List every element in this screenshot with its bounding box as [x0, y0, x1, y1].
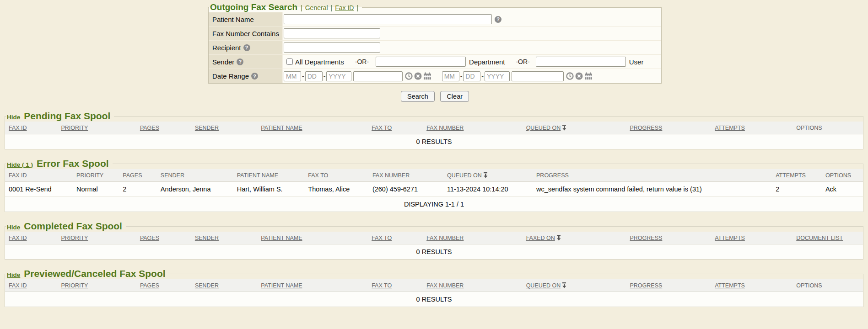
row-option-action[interactable]: Ack: [822, 182, 863, 197]
tab-general[interactable]: General: [305, 4, 328, 11]
time-picker-icon[interactable]: [405, 72, 413, 80]
column-header-priority: PRIORITY: [57, 279, 136, 292]
recipient-input[interactable]: [284, 42, 380, 53]
hide-link-error[interactable]: Hide ( 1 ): [7, 161, 33, 168]
sortable-column-link[interactable]: FAX TO: [372, 235, 392, 241]
search-button[interactable]: Search: [401, 91, 435, 102]
column-header-fax-number: FAX NUMBER: [423, 232, 523, 244]
date-range-separator: –: [435, 72, 438, 80]
column-header-progress: PROGRESS: [626, 279, 712, 292]
column-header-fax-to: FAX TO: [368, 232, 423, 244]
fax-number-label: Fax Number Contains: [209, 27, 283, 40]
sortable-column-link[interactable]: ATTEMPTS: [776, 172, 806, 179]
column-header-priority: PRIORITY: [73, 169, 119, 182]
sortable-column-link[interactable]: FAXED ON: [526, 235, 555, 241]
tab-fax-id[interactable]: Fax ID: [335, 4, 354, 11]
sortable-column-link[interactable]: FAX NUMBER: [426, 235, 464, 241]
sortable-column-link[interactable]: PATIENT NAME: [261, 282, 302, 289]
column-header-faxed-on: FAXED ON: [523, 232, 626, 244]
time-picker-icon[interactable]: [566, 72, 574, 80]
sortable-column-link[interactable]: FAX TO: [372, 125, 392, 131]
section-title: Pending Fax Spool: [24, 111, 110, 122]
sortable-column-link[interactable]: FAX ID: [9, 125, 27, 131]
sortable-column-link[interactable]: QUEUED ON: [526, 125, 561, 131]
results-count: 0 RESULTS: [5, 292, 863, 307]
sortable-column-link[interactable]: FAX NUMBER: [372, 172, 410, 179]
date-range-help-icon[interactable]: ?: [251, 73, 258, 80]
table-row: 0001 Re-SendNormal2Anderson, JennaHart, …: [5, 182, 863, 197]
sortable-column-link[interactable]: ATTEMPTS: [715, 282, 745, 289]
date-to-month-input[interactable]: [442, 71, 459, 81]
sortable-column-link[interactable]: QUEUED ON: [447, 172, 482, 179]
sender-help-icon[interactable]: ?: [237, 58, 243, 65]
sortable-column-link[interactable]: PRIORITY: [61, 125, 88, 131]
hide-link-completed[interactable]: Hide: [7, 224, 20, 231]
sortable-column-link[interactable]: PRIORITY: [76, 172, 103, 179]
date-from-time-input[interactable]: [353, 71, 403, 81]
column-header-priority: PRIORITY: [57, 122, 136, 134]
sortable-column-link[interactable]: PROGRESS: [630, 125, 663, 131]
sortable-column-link[interactable]: FAX TO: [308, 172, 328, 179]
sortable-column-link[interactable]: ATTEMPTS: [715, 125, 745, 131]
sortable-column-link[interactable]: FAX ID: [9, 282, 27, 289]
table-header-row: FAX IDPRIORITYPAGESSENDERPATIENT NAMEFAX…: [5, 122, 863, 134]
column-header-sender: SENDER: [157, 169, 233, 182]
calendar-icon[interactable]: [584, 72, 593, 80]
sortable-column-link[interactable]: PAGES: [123, 172, 142, 179]
date-from-day-input[interactable]: [305, 71, 323, 81]
user-label: User: [629, 58, 644, 66]
clear-button[interactable]: Clear: [440, 91, 469, 102]
date-to-day-input[interactable]: [463, 71, 480, 81]
date-from-year-input[interactable]: [326, 71, 351, 81]
sortable-column-link[interactable]: PROGRESS: [630, 235, 663, 241]
hide-link-previewed[interactable]: Hide: [7, 271, 20, 278]
table-header-row: FAX IDPRIORITYPAGESSENDERPATIENT NAMEFAX…: [5, 279, 863, 292]
sortable-column-link[interactable]: PROGRESS: [536, 172, 569, 179]
sortable-column-link[interactable]: SENDER: [195, 125, 219, 131]
sortable-column-link[interactable]: PAGES: [140, 125, 159, 131]
hide-link-pending[interactable]: Hide: [7, 114, 20, 121]
recipient-help-icon[interactable]: ?: [243, 44, 250, 51]
date-to-year-input[interactable]: [485, 71, 510, 81]
sortable-column-link[interactable]: PATIENT NAME: [261, 235, 302, 241]
table-header-row: FAX IDPRIORITYPAGESSENDERPATIENT NAMEFAX…: [5, 232, 863, 244]
column-header-pages: PAGES: [136, 232, 191, 244]
sortable-column-link[interactable]: PRIORITY: [61, 282, 88, 289]
fax-number-input[interactable]: [284, 28, 380, 38]
sortable-column-link[interactable]: PAGES: [140, 235, 159, 241]
sortable-column-link[interactable]: FAX TO: [372, 282, 392, 289]
sortable-column-link[interactable]: FAX NUMBER: [426, 125, 464, 131]
sortable-column-link[interactable]: QUEUED ON: [526, 282, 561, 289]
column-header-attempts: ATTEMPTS: [711, 122, 793, 134]
patient-name-help-icon[interactable]: ?: [495, 16, 501, 23]
sortable-column-link[interactable]: FAX ID: [9, 235, 27, 241]
clear-date-icon[interactable]: [414, 72, 422, 80]
sortable-column-link[interactable]: SENDER: [195, 282, 219, 289]
completed-fax-table: FAX IDPRIORITYPAGESSENDERPATIENT NAMEFAX…: [5, 232, 863, 259]
calendar-icon[interactable]: [423, 72, 431, 80]
table-cell: (260) 459-6271: [369, 182, 443, 197]
sort-descending-icon: [562, 125, 567, 131]
clear-date-icon[interactable]: [575, 72, 583, 80]
patient-name-input[interactable]: [284, 14, 492, 24]
column-header-attempts: ATTEMPTS: [711, 279, 793, 292]
column-header-patient-name: PATIENT NAME: [257, 122, 368, 134]
column-header-pages: PAGES: [136, 279, 191, 292]
sortable-column-link[interactable]: PAGES: [140, 282, 159, 289]
sortable-column-link[interactable]: FAX NUMBER: [426, 282, 464, 289]
table-cell: Anderson, Jenna: [157, 182, 233, 197]
all-departments-checkbox[interactable]: [286, 58, 293, 65]
date-from-month-input[interactable]: [284, 71, 301, 81]
sortable-column-link[interactable]: SENDER: [195, 235, 219, 241]
sortable-column-link[interactable]: DOCUMENT LIST: [796, 235, 843, 241]
sortable-column-link[interactable]: PATIENT NAME: [261, 125, 302, 131]
sortable-column-link[interactable]: PATIENT NAME: [237, 172, 278, 179]
date-to-time-input[interactable]: [512, 71, 564, 81]
sortable-column-link[interactable]: PROGRESS: [630, 282, 663, 289]
user-input[interactable]: [536, 57, 626, 67]
sortable-column-link[interactable]: PRIORITY: [61, 235, 88, 241]
department-input[interactable]: [376, 57, 466, 67]
sortable-column-link[interactable]: SENDER: [161, 172, 184, 179]
sortable-column-link[interactable]: ATTEMPTS: [715, 235, 745, 241]
sortable-column-link[interactable]: FAX ID: [9, 172, 27, 179]
